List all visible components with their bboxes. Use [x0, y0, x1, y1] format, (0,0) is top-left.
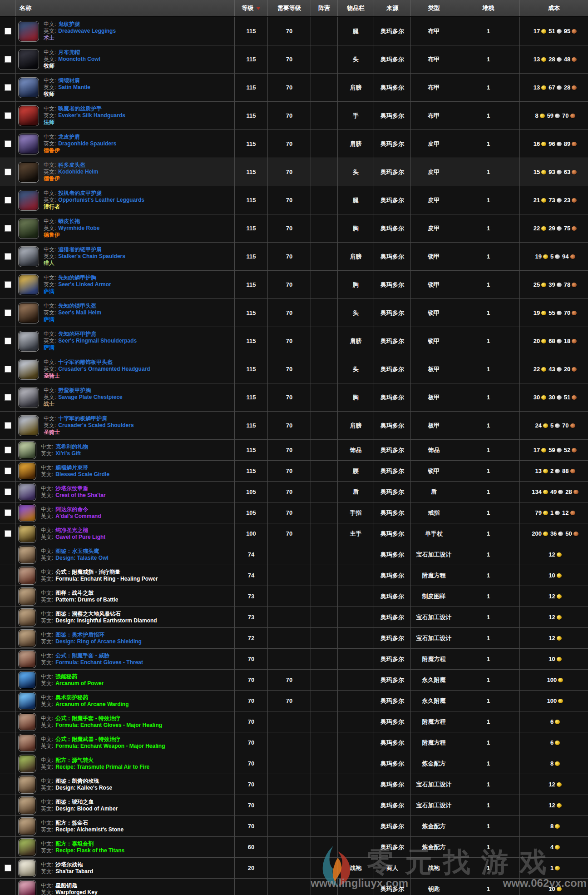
item-name-en[interactable]: Recipe: Transmute Primal Air to Fire	[55, 764, 149, 770]
item-name-cn[interactable]: 野蛮板甲护胸	[58, 387, 91, 393]
table-row[interactable]: 中文:配方：泰坦合剂英文:Recipe: Flask of the Titans…	[0, 836, 588, 857]
item-icon[interactable]	[18, 218, 39, 239]
item-checkbox[interactable]	[5, 281, 11, 288]
item-name-cn[interactable]: 鬼纹护腿	[58, 21, 80, 27]
item-icon[interactable]	[18, 77, 39, 98]
table-row[interactable]: 中文:阿达尔的命令英文:A'dal's Command10570手指奥玛多尔戒指…	[0, 502, 588, 523]
item-icon[interactable]	[18, 796, 36, 815]
item-name-en[interactable]: A'dal's Command	[55, 513, 101, 519]
item-icon[interactable]	[18, 274, 39, 295]
table-row[interactable]: 中文:图鉴：凯蕾的玫瑰英文:Design: Kailee's Rose70奥玛多…	[0, 774, 588, 795]
item-name-en[interactable]: Dragonhide Spaulders	[58, 140, 116, 147]
item-name-en[interactable]: Sha'tar Tabard	[55, 868, 93, 875]
table-row[interactable]: 中文:图鉴：水玉猫头鹰英文:Design: Talasite Owl74奥玛多尔…	[0, 544, 588, 565]
item-icon[interactable]	[18, 650, 36, 668]
table-row[interactable]: 中文:公式：附魔武器 - 特效治疗英文:Formula: Enchant Wea…	[0, 732, 588, 753]
table-row[interactable]: 中文:星船钥匙英文:Warpforged Key奥玛多尔钥匙110	[0, 878, 588, 895]
item-name-en[interactable]: Design: Ring of Arcane Shielding	[55, 638, 142, 645]
table-row[interactable]: 中文:科多皮头盔英文:Kodohide Helm德鲁伊11570头奥玛多尔皮甲1…	[0, 158, 588, 186]
column-header-faction[interactable]: 阵营	[311, 0, 337, 16]
item-name-en[interactable]: Design: Insightful Earthstorm Diamond	[55, 617, 157, 624]
item-checkbox[interactable]	[5, 530, 11, 537]
item-icon[interactable]	[18, 546, 36, 564]
item-name-en[interactable]: Mooncloth Cowl	[58, 56, 100, 62]
column-header-stack[interactable]: 堆栈	[457, 0, 519, 16]
table-row[interactable]: 中文:克希利的礼物英文:Xi'ri's Gift11570饰品奥玛多尔饰品117…	[0, 439, 588, 460]
item-name-cn[interactable]: 阿达尔的命令	[55, 506, 88, 512]
item-name-en[interactable]: Gavel of Pure Light	[55, 534, 105, 540]
item-name-cn[interactable]: 图鉴：水玉猫头鹰	[55, 548, 99, 554]
item-checkbox[interactable]	[5, 309, 11, 316]
column-header-slot[interactable]: 物品栏	[337, 0, 374, 16]
table-row[interactable]: 中文:先知的锁甲头盔英文:Seer's Mail Helm萨满11570头奥玛多…	[0, 298, 588, 327]
table-row[interactable]: 中文:图鉴：奥术护盾指环英文:Design: Ring of Arcane Sh…	[0, 627, 588, 648]
item-name-en[interactable]: Crusader's Scaled Shoulders	[58, 422, 133, 428]
item-checkbox[interactable]	[5, 169, 11, 175]
item-name-en[interactable]: Formula: Enchant Gloves - Threat	[55, 659, 143, 666]
item-icon[interactable]	[18, 190, 39, 211]
item-name-en[interactable]: Xi'ri's Gift	[55, 450, 81, 457]
item-name-en[interactable]: Recipe: Alchemist's Stone	[55, 826, 124, 833]
item-checkbox[interactable]	[5, 488, 11, 495]
item-icon[interactable]	[18, 105, 39, 126]
item-icon[interactable]	[18, 21, 39, 42]
item-name-en[interactable]: Formula: Enchant Ring - Healing Power	[55, 576, 158, 582]
item-name-en[interactable]: Arcanum of Arcane Warding	[55, 701, 128, 707]
item-icon[interactable]	[18, 713, 36, 731]
item-name-cn[interactable]: 唤魔者的丝质护手	[58, 105, 102, 112]
table-row[interactable]: 中文:投机者的皮甲护腿英文:Opportunist's Leather Legg…	[0, 186, 588, 214]
item-name-en[interactable]: Satin Mantle	[58, 84, 90, 90]
item-icon[interactable]	[18, 134, 39, 154]
item-name-en[interactable]: Savage Plate Chestpiece	[58, 394, 122, 400]
item-checkbox[interactable]	[5, 225, 11, 232]
item-icon[interactable]	[18, 838, 36, 856]
item-icon[interactable]	[18, 359, 39, 380]
item-name-cn[interactable]: 图鉴：凯蕾的玫瑰	[55, 778, 99, 784]
table-row[interactable]: 中文:图样：战斗之鼓英文:Pattern: Drums of Battle73奥…	[0, 586, 588, 607]
table-row[interactable]: 中文:强能秘药英文:Arcanum of Power7070奥玛多尔永久附魔11…	[0, 669, 588, 690]
item-name-en[interactable]: Kodohide Helm	[58, 169, 98, 175]
item-icon[interactable]	[18, 387, 39, 408]
item-icon[interactable]	[18, 880, 36, 895]
item-name-cn[interactable]: 十字军的雕饰板甲头盔	[58, 359, 113, 365]
item-checkbox[interactable]	[5, 394, 11, 401]
table-row[interactable]: 中文:图鉴：洞察之大地风暴钻石英文:Design: Insightful Ear…	[0, 607, 588, 627]
item-icon[interactable]	[18, 587, 36, 606]
item-checkbox[interactable]	[5, 509, 11, 516]
table-row[interactable]: 中文:先知的环甲护肩英文:Seer's Ringmail Shoulderpad…	[0, 327, 588, 355]
item-icon[interactable]	[18, 817, 36, 835]
table-row[interactable]: 中文:公式：附魔手套 - 特效治疗英文:Formula: Enchant Glo…	[0, 711, 588, 732]
item-name-en[interactable]: Formula: Enchant Gloves - Major Healing	[55, 722, 162, 728]
item-name-cn[interactable]: 克希利的礼物	[55, 443, 88, 450]
item-name-cn[interactable]: 沙塔尔纹章盾	[55, 485, 88, 492]
table-row[interactable]: 中文:龙皮护肩英文:Dragonhide Spaulders德鲁伊11570肩膀…	[0, 129, 588, 158]
item-name-cn[interactable]: 配方：泰坦合剂	[55, 840, 94, 847]
table-row[interactable]: 中文:月布兜帽英文:Mooncloth Cowl牧师11570头奥玛多尔布甲11…	[0, 45, 588, 73]
item-icon[interactable]	[18, 567, 36, 585]
item-name-en[interactable]: Pattern: Drums of Battle	[55, 597, 118, 603]
item-name-cn[interactable]: 追猎者的链甲护肩	[58, 246, 102, 253]
item-icon[interactable]	[18, 608, 36, 626]
table-row[interactable]: 中文:公式：附魔戒指 - 治疗能量英文:Formula: Enchant Rin…	[0, 565, 588, 586]
item-checkbox[interactable]	[5, 366, 11, 373]
column-header-cost[interactable]: 成本	[519, 0, 588, 16]
item-name-en[interactable]: Seer's Linked Armor	[58, 281, 111, 288]
item-checkbox[interactable]	[5, 447, 11, 453]
item-icon[interactable]	[18, 504, 36, 522]
column-header-name[interactable]: 名称	[15, 0, 234, 16]
item-name-cn[interactable]: 配方：源气转火	[55, 757, 94, 763]
item-name-cn[interactable]: 赐福鳞片束带	[55, 464, 88, 471]
column-header-required-level[interactable]: 需要等级	[267, 0, 311, 16]
item-checkbox[interactable]	[5, 56, 11, 63]
table-row[interactable]: 中文:蟒皮长袍英文:Wyrmhide Robe德鲁伊11570胸奥玛多尔皮甲12…	[0, 214, 588, 242]
item-checkbox[interactable]	[5, 140, 11, 147]
item-icon[interactable]	[18, 629, 36, 647]
item-name-en[interactable]: Dreadweave Leggings	[58, 28, 116, 34]
item-name-cn[interactable]: 奥术防护秘药	[55, 694, 88, 701]
item-icon[interactable]	[18, 331, 39, 352]
table-row[interactable]: 中文:十字军的板鳞甲护肩英文:Crusader's Scaled Shoulde…	[0, 411, 588, 439]
item-name-cn[interactable]: 纯净圣光之槌	[55, 527, 88, 533]
item-icon[interactable]	[18, 692, 36, 710]
item-icon[interactable]	[18, 671, 36, 689]
item-icon[interactable]	[18, 859, 36, 877]
